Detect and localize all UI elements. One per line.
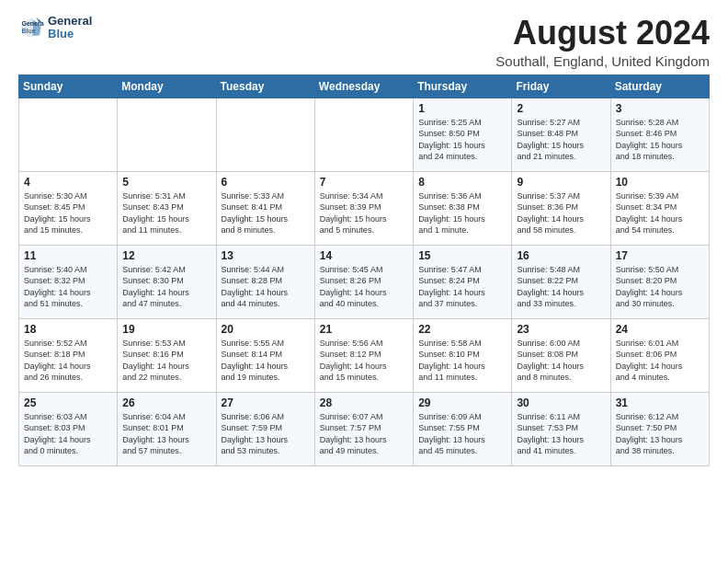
day-number: 1: [418, 102, 506, 115]
day-number: 9: [517, 176, 605, 189]
day-number: 28: [320, 396, 408, 409]
day-cell: [216, 98, 314, 171]
logo: General Blue General Blue: [18, 15, 92, 41]
day-cell: 6Sunrise: 5:33 AM Sunset: 8:41 PM Daylig…: [216, 171, 314, 245]
day-number: 17: [616, 249, 704, 262]
day-cell: 19Sunrise: 5:53 AM Sunset: 8:16 PM Dayli…: [118, 318, 216, 392]
day-cell: 5Sunrise: 5:31 AM Sunset: 8:43 PM Daylig…: [118, 171, 216, 245]
header-tuesday: Tuesday: [216, 75, 314, 98]
week-row-2: 4Sunrise: 5:30 AM Sunset: 8:45 PM Daylig…: [19, 171, 710, 245]
day-number: 23: [517, 323, 605, 336]
header: General Blue General Blue August 2024 So…: [18, 15, 710, 69]
week-row-4: 18Sunrise: 5:52 AM Sunset: 8:18 PM Dayli…: [19, 318, 710, 392]
day-cell: 31Sunrise: 6:12 AM Sunset: 7:50 PM Dayli…: [610, 392, 709, 465]
day-detail: Sunrise: 5:33 AM Sunset: 8:41 PM Dayligh…: [222, 190, 310, 236]
header-friday: Friday: [512, 75, 610, 98]
header-saturday: Saturday: [610, 75, 709, 98]
day-number: 14: [320, 249, 408, 262]
page: General Blue General Blue August 2024 So…: [0, 0, 728, 563]
day-cell: 24Sunrise: 6:01 AM Sunset: 8:06 PM Dayli…: [610, 318, 709, 392]
day-cell: 7Sunrise: 5:34 AM Sunset: 8:39 PM Daylig…: [314, 171, 413, 245]
day-number: 18: [24, 323, 112, 336]
day-cell: 14Sunrise: 5:45 AM Sunset: 8:26 PM Dayli…: [314, 245, 413, 318]
day-number: 5: [122, 176, 210, 189]
day-cell: 8Sunrise: 5:36 AM Sunset: 8:38 PM Daylig…: [414, 171, 512, 245]
day-number: 29: [418, 396, 506, 409]
header-monday: Monday: [118, 75, 216, 98]
day-cell: 17Sunrise: 5:50 AM Sunset: 8:20 PM Dayli…: [610, 245, 709, 318]
day-detail: Sunrise: 5:37 AM Sunset: 8:36 PM Dayligh…: [517, 190, 605, 236]
week-row-5: 25Sunrise: 6:03 AM Sunset: 8:03 PM Dayli…: [19, 392, 710, 465]
header-thursday: Thursday: [414, 75, 512, 98]
calendar-header-row: Sunday Monday Tuesday Wednesday Thursday…: [19, 75, 710, 98]
day-cell: 28Sunrise: 6:07 AM Sunset: 7:57 PM Dayli…: [314, 392, 413, 465]
day-detail: Sunrise: 5:50 AM Sunset: 8:20 PM Dayligh…: [616, 264, 704, 310]
day-cell: [118, 98, 216, 171]
day-detail: Sunrise: 5:55 AM Sunset: 8:14 PM Dayligh…: [222, 338, 310, 384]
day-detail: Sunrise: 5:52 AM Sunset: 8:18 PM Dayligh…: [24, 338, 112, 384]
day-detail: Sunrise: 5:36 AM Sunset: 8:38 PM Dayligh…: [418, 190, 506, 236]
day-cell: 4Sunrise: 5:30 AM Sunset: 8:45 PM Daylig…: [19, 171, 118, 245]
day-number: 10: [616, 176, 704, 189]
day-detail: Sunrise: 5:48 AM Sunset: 8:22 PM Dayligh…: [517, 264, 605, 310]
day-detail: Sunrise: 5:56 AM Sunset: 8:12 PM Dayligh…: [320, 338, 408, 384]
day-detail: Sunrise: 5:28 AM Sunset: 8:46 PM Dayligh…: [616, 117, 704, 163]
day-cell: 20Sunrise: 5:55 AM Sunset: 8:14 PM Dayli…: [216, 318, 314, 392]
logo-text-general: General: [48, 15, 92, 28]
day-detail: Sunrise: 6:00 AM Sunset: 8:08 PM Dayligh…: [517, 338, 605, 384]
day-detail: Sunrise: 6:06 AM Sunset: 7:59 PM Dayligh…: [222, 411, 310, 457]
day-cell: 10Sunrise: 5:39 AM Sunset: 8:34 PM Dayli…: [610, 171, 709, 245]
day-detail: Sunrise: 5:27 AM Sunset: 8:48 PM Dayligh…: [517, 117, 605, 163]
day-cell: 18Sunrise: 5:52 AM Sunset: 8:18 PM Dayli…: [19, 318, 118, 392]
day-number: 24: [616, 323, 704, 336]
week-row-3: 11Sunrise: 5:40 AM Sunset: 8:32 PM Dayli…: [19, 245, 710, 318]
calendar-title: August 2024: [495, 15, 710, 52]
logo-text-blue: Blue: [48, 28, 92, 40]
week-row-1: 1Sunrise: 5:25 AM Sunset: 8:50 PM Daylig…: [19, 98, 710, 171]
day-number: 20: [222, 323, 310, 336]
title-block: August 2024 Southall, England, United Ki…: [495, 15, 710, 69]
day-cell: 2Sunrise: 5:27 AM Sunset: 8:48 PM Daylig…: [512, 98, 610, 171]
day-detail: Sunrise: 5:42 AM Sunset: 8:30 PM Dayligh…: [122, 264, 210, 310]
day-cell: 16Sunrise: 5:48 AM Sunset: 8:22 PM Dayli…: [512, 245, 610, 318]
day-number: 12: [122, 249, 210, 262]
day-cell: 1Sunrise: 5:25 AM Sunset: 8:50 PM Daylig…: [414, 98, 512, 171]
day-detail: Sunrise: 6:04 AM Sunset: 8:01 PM Dayligh…: [122, 411, 210, 457]
day-detail: Sunrise: 6:03 AM Sunset: 8:03 PM Dayligh…: [24, 411, 112, 457]
day-detail: Sunrise: 5:45 AM Sunset: 8:26 PM Dayligh…: [320, 264, 408, 310]
header-wednesday: Wednesday: [314, 75, 413, 98]
day-number: 26: [122, 396, 210, 409]
day-number: 7: [320, 176, 408, 189]
day-number: 8: [418, 176, 506, 189]
day-number: 3: [616, 102, 704, 115]
day-number: 27: [222, 396, 310, 409]
day-cell: 21Sunrise: 5:56 AM Sunset: 8:12 PM Dayli…: [314, 318, 413, 392]
day-cell: 15Sunrise: 5:47 AM Sunset: 8:24 PM Dayli…: [414, 245, 512, 318]
calendar-subtitle: Southall, England, United Kingdom: [495, 53, 710, 69]
day-cell: 3Sunrise: 5:28 AM Sunset: 8:46 PM Daylig…: [610, 98, 709, 171]
day-cell: [19, 98, 118, 171]
day-cell: 22Sunrise: 5:58 AM Sunset: 8:10 PM Dayli…: [414, 318, 512, 392]
day-number: 13: [222, 249, 310, 262]
day-cell: 26Sunrise: 6:04 AM Sunset: 8:01 PM Dayli…: [118, 392, 216, 465]
day-cell: 29Sunrise: 6:09 AM Sunset: 7:55 PM Dayli…: [414, 392, 512, 465]
day-number: 30: [517, 396, 605, 409]
day-number: 22: [418, 323, 506, 336]
day-cell: [314, 98, 413, 171]
day-detail: Sunrise: 5:40 AM Sunset: 8:32 PM Dayligh…: [24, 264, 112, 310]
day-number: 19: [122, 323, 210, 336]
day-detail: Sunrise: 5:30 AM Sunset: 8:45 PM Dayligh…: [24, 190, 112, 236]
calendar-table: Sunday Monday Tuesday Wednesday Thursday…: [18, 75, 710, 466]
day-number: 16: [517, 249, 605, 262]
day-detail: Sunrise: 6:09 AM Sunset: 7:55 PM Dayligh…: [418, 411, 506, 457]
day-number: 4: [24, 176, 112, 189]
day-cell: 27Sunrise: 6:06 AM Sunset: 7:59 PM Dayli…: [216, 392, 314, 465]
day-detail: Sunrise: 5:25 AM Sunset: 8:50 PM Dayligh…: [418, 117, 506, 163]
day-number: 31: [616, 396, 704, 409]
day-detail: Sunrise: 5:31 AM Sunset: 8:43 PM Dayligh…: [122, 190, 210, 236]
day-detail: Sunrise: 5:34 AM Sunset: 8:39 PM Dayligh…: [320, 190, 408, 236]
day-cell: 23Sunrise: 6:00 AM Sunset: 8:08 PM Dayli…: [512, 318, 610, 392]
day-detail: Sunrise: 5:47 AM Sunset: 8:24 PM Dayligh…: [418, 264, 506, 310]
day-detail: Sunrise: 5:53 AM Sunset: 8:16 PM Dayligh…: [122, 338, 210, 384]
day-number: 11: [24, 249, 112, 262]
